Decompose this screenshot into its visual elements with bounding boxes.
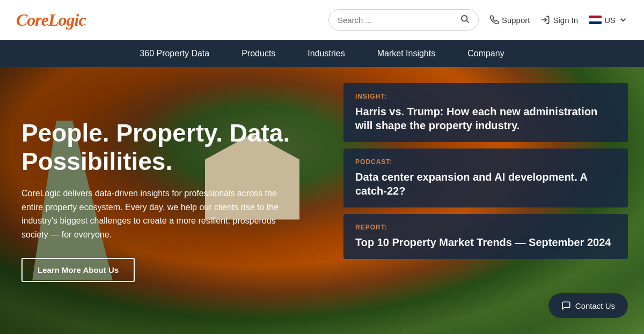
podcast-card-type: PODCAST: [355, 158, 616, 166]
nav-item-360-property-data[interactable]: 360 Property Data [140, 49, 209, 58]
contact-us-label: Contact Us [575, 301, 615, 310]
report-card-type: REPORT: [355, 224, 616, 231]
signin-label: Sign In [553, 16, 578, 25]
hero-content: People. Property. Data. Possibilities. C… [0, 67, 354, 334]
nav-item-industries[interactable]: Industries [308, 49, 345, 58]
search-bar[interactable] [328, 9, 479, 31]
header-actions: Support Sign In US [489, 15, 628, 25]
region-selector[interactable]: US [589, 15, 628, 25]
region-label: US [604, 16, 616, 25]
support-link[interactable]: Support [489, 15, 530, 25]
site-logo[interactable]: CoreLogic [16, 10, 86, 30]
support-label: Support [502, 16, 530, 25]
chat-icon [561, 301, 571, 310]
main-nav: 360 Property Data Products Industries Ma… [0, 40, 644, 67]
report-card[interactable]: REPORT: Top 10 Property Market Trends — … [343, 214, 628, 259]
svg-line-1 [466, 20, 469, 23]
insight-card-title: Harris vs. Trump: How each new administr… [355, 105, 616, 132]
learn-more-button[interactable]: Learn More About Us [21, 258, 135, 282]
search-input[interactable] [338, 16, 460, 25]
signin-link[interactable]: Sign In [540, 15, 578, 25]
cards-panel: INSIGHT: Harris vs. Trump: How each new … [343, 83, 628, 259]
contact-us-button[interactable]: Contact Us [548, 293, 628, 318]
svg-point-0 [462, 16, 467, 21]
nav-item-company[interactable]: Company [467, 49, 504, 58]
insight-card-type: INSIGHT: [355, 93, 616, 100]
nav-item-products[interactable]: Products [241, 49, 275, 58]
nav-item-market-insights[interactable]: Market Insights [377, 49, 435, 58]
insight-card[interactable]: INSIGHT: Harris vs. Trump: How each new … [343, 83, 628, 142]
podcast-card[interactable]: PODCAST: Data center expansion and AI de… [343, 149, 628, 207]
search-icon[interactable] [460, 14, 470, 26]
report-card-title: Top 10 Property Market Trends — Septembe… [355, 235, 616, 249]
header: CoreLogic Support Sign In US [0, 0, 644, 40]
flag-icon [589, 16, 602, 24]
hero-heading: People. Property. Data. Possibilities. [21, 119, 338, 176]
hero-section: People. Property. Data. Possibilities. C… [0, 67, 644, 334]
hero-description: CoreLogic delivers data-driven insights … [21, 187, 301, 241]
podcast-card-title: Data center expansion and AI development… [355, 170, 616, 198]
